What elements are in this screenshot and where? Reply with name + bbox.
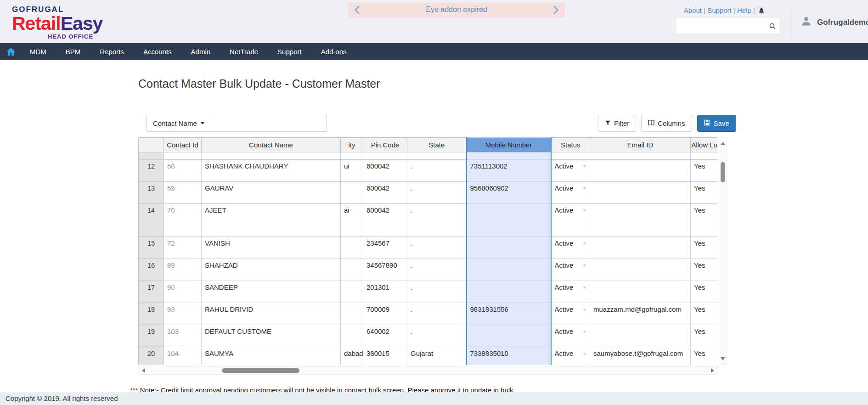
allow-login-cell[interactable]: Yes <box>691 237 718 259</box>
mobile-number-cell[interactable] <box>467 204 551 237</box>
bell-icon[interactable] <box>758 8 765 16</box>
nav-item-bpm[interactable]: BPM <box>56 48 90 56</box>
col-header-email-id[interactable]: Email ID <box>590 138 691 152</box>
email-id-cell[interactable] <box>590 281 691 303</box>
nav-item-reports[interactable]: Reports <box>90 48 134 56</box>
contact-name-cell[interactable]: SHAHZAD <box>202 259 341 281</box>
header-link-about[interactable]: About <box>684 6 707 14</box>
state-cell[interactable]: . <box>407 303 467 325</box>
mobile-number-cell[interactable]: 7351113002 <box>467 160 551 182</box>
contact-id-cell[interactable]: 59 <box>164 182 202 204</box>
row-number-cell[interactable]: 18 <box>139 303 164 325</box>
user-menu[interactable]: Gofrugaldemo <box>800 15 868 29</box>
col-header-state[interactable]: State <box>407 138 467 152</box>
city-cell[interactable]: ai <box>341 204 363 237</box>
scroll-left-icon[interactable] <box>142 368 145 373</box>
state-cell[interactable]: Gujarat <box>407 347 467 366</box>
row-number-cell[interactable]: 15 <box>139 237 164 259</box>
contact-name-cell[interactable]: DEFAULT CUSTOME <box>202 325 341 347</box>
city-cell[interactable] <box>341 237 363 259</box>
city-cell[interactable] <box>341 281 363 303</box>
city-cell[interactable] <box>341 259 363 281</box>
allow-login-cell[interactable]: Yes <box>691 160 718 182</box>
email-id-cell[interactable]: muazzam.md@gofrugal.com <box>590 303 691 325</box>
pin-code-cell[interactable]: 700009 <box>363 303 407 325</box>
email-id-cell[interactable] <box>590 325 691 347</box>
contact-id-cell[interactable]: 58 <box>164 160 202 182</box>
email-id-cell[interactable] <box>590 182 691 204</box>
status-cell[interactable]: Active <box>551 160 590 182</box>
mobile-number-cell[interactable] <box>467 325 551 347</box>
pin-code-cell[interactable]: 34567890 <box>363 259 407 281</box>
status-cell[interactable]: Active <box>551 237 590 259</box>
vertical-scroll-thumb[interactable] <box>721 162 725 182</box>
col-header-ity[interactable]: ity <box>341 138 363 152</box>
contact-name-cell[interactable]: SANDEEP <box>202 281 341 303</box>
contact-name-cell[interactable]: AJEET <box>202 204 341 237</box>
pin-code-cell[interactable]: 380015 <box>363 347 407 366</box>
mobile-number-cell[interactable]: 9568060902 <box>467 182 551 204</box>
contact-name-cell[interactable]: SAUMYA <box>202 347 341 366</box>
mobile-number-cell[interactable]: 7338835010 <box>467 347 551 366</box>
scroll-up-icon[interactable] <box>721 142 725 145</box>
banner-next-icon[interactable] <box>553 6 559 16</box>
allow-login-cell[interactable]: Yes <box>691 325 718 347</box>
allow-login-cell[interactable]: Yes <box>691 204 718 237</box>
horizontal-scrollbar[interactable] <box>138 366 718 375</box>
col-header-rownum[interactable] <box>139 138 164 152</box>
status-cell[interactable]: Active <box>551 204 590 237</box>
col-header-status[interactable]: Status <box>551 138 590 152</box>
contact-name-cell[interactable]: VANISH <box>202 237 341 259</box>
contact-id-cell[interactable]: 89 <box>164 259 202 281</box>
columns-button[interactable]: Columns <box>641 115 692 132</box>
pin-code-cell[interactable]: 201301 <box>363 281 407 303</box>
status-cell[interactable]: Active <box>551 182 590 204</box>
home-icon[interactable] <box>6 47 20 56</box>
nav-item-accounts[interactable]: Accounts <box>134 48 181 56</box>
mobile-number-cell[interactable] <box>467 281 551 303</box>
contact-name-cell[interactable]: GAURAV <box>202 182 341 204</box>
vertical-scrollbar[interactable] <box>719 137 727 365</box>
email-id-cell[interactable] <box>590 204 691 237</box>
nav-item-admin[interactable]: Admin <box>181 48 220 56</box>
pin-code-cell[interactable]: 640002 <box>363 325 407 347</box>
contact-name-dropdown[interactable]: Contact Name <box>146 115 211 132</box>
nav-item-support[interactable]: Support <box>268 48 311 56</box>
city-cell[interactable] <box>341 182 363 204</box>
row-number-cell[interactable]: 20 <box>139 347 164 366</box>
email-id-cell[interactable] <box>590 259 691 281</box>
header-link-help[interactable]: Help <box>737 6 757 14</box>
status-cell[interactable]: Active <box>551 347 590 366</box>
state-cell[interactable]: . <box>407 160 467 182</box>
city-cell[interactable] <box>341 325 363 347</box>
row-number-cell[interactable]: 13 <box>139 182 164 204</box>
state-cell[interactable]: . <box>407 204 467 237</box>
pin-code-cell[interactable]: 600042 <box>363 160 407 182</box>
col-header-pin-code[interactable]: Pin Code <box>363 138 407 152</box>
allow-login-cell[interactable]: Yes <box>691 259 718 281</box>
allow-login-cell[interactable]: Yes <box>691 347 718 366</box>
row-number-cell[interactable]: 14 <box>139 204 164 237</box>
contact-id-cell[interactable]: 93 <box>164 303 202 325</box>
row-number-cell[interactable]: 16 <box>139 259 164 281</box>
filter-button[interactable]: Filter <box>598 115 636 132</box>
header-link-support[interactable]: Support <box>707 6 737 14</box>
email-id-cell[interactable] <box>590 160 691 182</box>
col-header-contact-id[interactable]: Contact Id <box>164 138 202 152</box>
mobile-number-cell[interactable]: 9831831556 <box>467 303 551 325</box>
pin-code-cell[interactable]: 600042 <box>363 204 407 237</box>
status-cell[interactable]: Active <box>551 259 590 281</box>
status-cell[interactable]: Active <box>551 281 590 303</box>
contact-id-cell[interactable]: 72 <box>164 237 202 259</box>
contact-id-cell[interactable]: 90 <box>164 281 202 303</box>
contact-id-cell[interactable]: 103 <box>164 325 202 347</box>
row-number-cell[interactable]: 17 <box>139 281 164 303</box>
mobile-number-cell[interactable] <box>467 237 551 259</box>
state-cell[interactable]: . <box>407 182 467 204</box>
city-cell[interactable] <box>341 303 363 325</box>
global-search-input[interactable] <box>679 18 766 34</box>
scroll-down-icon[interactable] <box>721 357 725 360</box>
search-icon[interactable] <box>769 22 776 32</box>
pin-code-cell[interactable]: 600042 <box>363 182 407 204</box>
pin-code-cell[interactable]: 234567 <box>363 237 407 259</box>
